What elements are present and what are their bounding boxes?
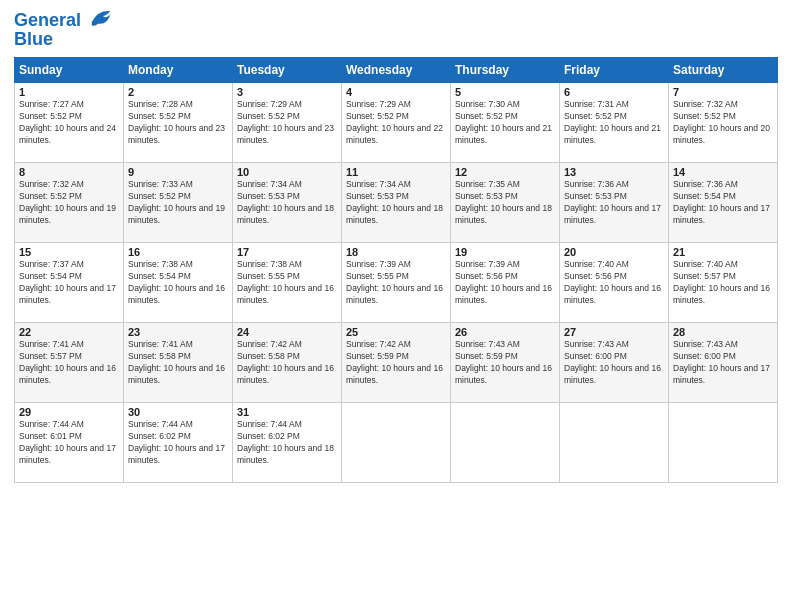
day-number: 13 [564,166,664,178]
day-info: Sunrise: 7:32 AMSunset: 5:52 PMDaylight:… [19,179,116,225]
calendar-header-row: SundayMondayTuesdayWednesdayThursdayFrid… [15,58,778,83]
calendar-day-cell: 3 Sunrise: 7:29 AMSunset: 5:52 PMDayligh… [233,83,342,163]
day-info: Sunrise: 7:33 AMSunset: 5:52 PMDaylight:… [128,179,225,225]
calendar-week-row: 8 Sunrise: 7:32 AMSunset: 5:52 PMDayligh… [15,163,778,243]
day-number: 25 [346,326,446,338]
day-number: 31 [237,406,337,418]
day-info: Sunrise: 7:37 AMSunset: 5:54 PMDaylight:… [19,259,116,305]
calendar-day-header: Sunday [15,58,124,83]
calendar-day-cell: 11 Sunrise: 7:34 AMSunset: 5:53 PMDaylig… [342,163,451,243]
calendar-day-cell: 31 Sunrise: 7:44 AMSunset: 6:02 PMDaylig… [233,403,342,483]
calendar-table: SundayMondayTuesdayWednesdayThursdayFrid… [14,57,778,483]
day-number: 18 [346,246,446,258]
day-info: Sunrise: 7:42 AMSunset: 5:58 PMDaylight:… [237,339,334,385]
day-number: 23 [128,326,228,338]
day-number: 28 [673,326,773,338]
calendar-day-cell [669,403,778,483]
calendar-day-header: Monday [124,58,233,83]
day-info: Sunrise: 7:35 AMSunset: 5:53 PMDaylight:… [455,179,552,225]
day-info: Sunrise: 7:40 AMSunset: 5:56 PMDaylight:… [564,259,661,305]
day-number: 20 [564,246,664,258]
calendar-week-row: 1 Sunrise: 7:27 AMSunset: 5:52 PMDayligh… [15,83,778,163]
calendar-day-cell: 19 Sunrise: 7:39 AMSunset: 5:56 PMDaylig… [451,243,560,323]
day-info: Sunrise: 7:43 AMSunset: 6:00 PMDaylight:… [564,339,661,385]
day-info: Sunrise: 7:38 AMSunset: 5:54 PMDaylight:… [128,259,225,305]
day-number: 21 [673,246,773,258]
calendar-day-cell [560,403,669,483]
day-info: Sunrise: 7:43 AMSunset: 6:00 PMDaylight:… [673,339,770,385]
calendar-day-cell: 8 Sunrise: 7:32 AMSunset: 5:52 PMDayligh… [15,163,124,243]
calendar-day-cell: 9 Sunrise: 7:33 AMSunset: 5:52 PMDayligh… [124,163,233,243]
calendar-day-cell: 20 Sunrise: 7:40 AMSunset: 5:56 PMDaylig… [560,243,669,323]
day-info: Sunrise: 7:44 AMSunset: 6:01 PMDaylight:… [19,419,116,465]
day-info: Sunrise: 7:27 AMSunset: 5:52 PMDaylight:… [19,99,116,145]
calendar-day-cell: 5 Sunrise: 7:30 AMSunset: 5:52 PMDayligh… [451,83,560,163]
day-info: Sunrise: 7:40 AMSunset: 5:57 PMDaylight:… [673,259,770,305]
calendar-day-cell: 7 Sunrise: 7:32 AMSunset: 5:52 PMDayligh… [669,83,778,163]
calendar-day-cell: 13 Sunrise: 7:36 AMSunset: 5:53 PMDaylig… [560,163,669,243]
calendar-day-header: Friday [560,58,669,83]
calendar-week-row: 29 Sunrise: 7:44 AMSunset: 6:01 PMDaylig… [15,403,778,483]
day-info: Sunrise: 7:44 AMSunset: 6:02 PMDaylight:… [128,419,225,465]
day-info: Sunrise: 7:43 AMSunset: 5:59 PMDaylight:… [455,339,552,385]
calendar-day-cell: 24 Sunrise: 7:42 AMSunset: 5:58 PMDaylig… [233,323,342,403]
day-number: 16 [128,246,228,258]
calendar-day-cell: 17 Sunrise: 7:38 AMSunset: 5:55 PMDaylig… [233,243,342,323]
day-info: Sunrise: 7:34 AMSunset: 5:53 PMDaylight:… [346,179,443,225]
calendar-week-row: 15 Sunrise: 7:37 AMSunset: 5:54 PMDaylig… [15,243,778,323]
header: General Blue [14,10,778,49]
day-info: Sunrise: 7:28 AMSunset: 5:52 PMDaylight:… [128,99,225,145]
calendar-day-header: Wednesday [342,58,451,83]
day-number: 30 [128,406,228,418]
day-number: 12 [455,166,555,178]
day-info: Sunrise: 7:36 AMSunset: 5:53 PMDaylight:… [564,179,661,225]
day-number: 8 [19,166,119,178]
calendar-day-cell: 27 Sunrise: 7:43 AMSunset: 6:00 PMDaylig… [560,323,669,403]
calendar-day-cell: 15 Sunrise: 7:37 AMSunset: 5:54 PMDaylig… [15,243,124,323]
day-info: Sunrise: 7:39 AMSunset: 5:56 PMDaylight:… [455,259,552,305]
day-info: Sunrise: 7:41 AMSunset: 5:58 PMDaylight:… [128,339,225,385]
day-number: 4 [346,86,446,98]
day-info: Sunrise: 7:42 AMSunset: 5:59 PMDaylight:… [346,339,443,385]
logo-bird-icon [84,8,112,30]
day-number: 14 [673,166,773,178]
day-info: Sunrise: 7:32 AMSunset: 5:52 PMDaylight:… [673,99,770,145]
calendar-day-cell [342,403,451,483]
day-info: Sunrise: 7:39 AMSunset: 5:55 PMDaylight:… [346,259,443,305]
day-info: Sunrise: 7:29 AMSunset: 5:52 PMDaylight:… [237,99,334,145]
day-info: Sunrise: 7:36 AMSunset: 5:54 PMDaylight:… [673,179,770,225]
day-number: 15 [19,246,119,258]
calendar-day-cell: 30 Sunrise: 7:44 AMSunset: 6:02 PMDaylig… [124,403,233,483]
logo-text: General [14,10,81,31]
day-info: Sunrise: 7:30 AMSunset: 5:52 PMDaylight:… [455,99,552,145]
calendar-day-cell: 25 Sunrise: 7:42 AMSunset: 5:59 PMDaylig… [342,323,451,403]
day-number: 9 [128,166,228,178]
day-number: 29 [19,406,119,418]
calendar-day-cell: 1 Sunrise: 7:27 AMSunset: 5:52 PMDayligh… [15,83,124,163]
day-number: 26 [455,326,555,338]
day-number: 1 [19,86,119,98]
day-number: 5 [455,86,555,98]
calendar-day-cell: 28 Sunrise: 7:43 AMSunset: 6:00 PMDaylig… [669,323,778,403]
calendar-day-cell: 22 Sunrise: 7:41 AMSunset: 5:57 PMDaylig… [15,323,124,403]
calendar-day-header: Saturday [669,58,778,83]
logo: General Blue [14,10,112,49]
logo-blue-text: Blue [14,29,112,50]
day-number: 24 [237,326,337,338]
day-info: Sunrise: 7:44 AMSunset: 6:02 PMDaylight:… [237,419,334,465]
calendar-week-row: 22 Sunrise: 7:41 AMSunset: 5:57 PMDaylig… [15,323,778,403]
day-info: Sunrise: 7:29 AMSunset: 5:52 PMDaylight:… [346,99,443,145]
calendar-day-cell: 4 Sunrise: 7:29 AMSunset: 5:52 PMDayligh… [342,83,451,163]
day-number: 7 [673,86,773,98]
day-info: Sunrise: 7:31 AMSunset: 5:52 PMDaylight:… [564,99,661,145]
day-number: 6 [564,86,664,98]
calendar-day-cell: 21 Sunrise: 7:40 AMSunset: 5:57 PMDaylig… [669,243,778,323]
calendar-day-cell: 14 Sunrise: 7:36 AMSunset: 5:54 PMDaylig… [669,163,778,243]
day-number: 17 [237,246,337,258]
calendar-day-header: Thursday [451,58,560,83]
calendar-day-cell [451,403,560,483]
calendar-day-header: Tuesday [233,58,342,83]
calendar-day-cell: 23 Sunrise: 7:41 AMSunset: 5:58 PMDaylig… [124,323,233,403]
calendar-day-cell: 29 Sunrise: 7:44 AMSunset: 6:01 PMDaylig… [15,403,124,483]
day-info: Sunrise: 7:38 AMSunset: 5:55 PMDaylight:… [237,259,334,305]
